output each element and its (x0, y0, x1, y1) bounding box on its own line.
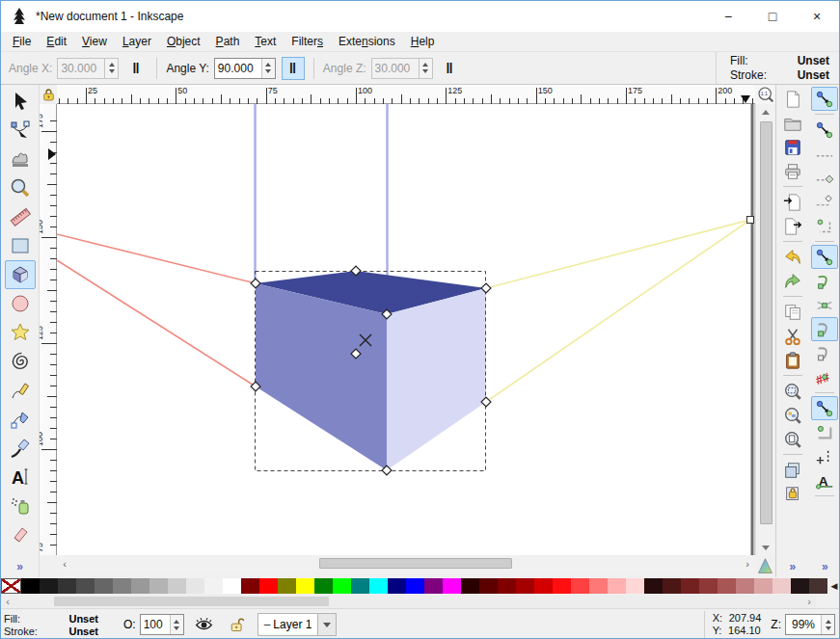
vertical-ruler[interactable]: 17515012510075 (40, 104, 57, 555)
snap-midpoints-button[interactable]: ## (811, 365, 838, 389)
menu-help[interactable]: Help (403, 33, 443, 50)
snap-smooth-nodes-button[interactable] (811, 341, 838, 365)
commandsbar-overflow-button[interactable]: » (789, 560, 796, 573)
star-tool[interactable] (5, 318, 36, 347)
palette-swatch[interactable] (644, 578, 663, 594)
box3d-left-face[interactable] (256, 283, 387, 470)
chevron-down-icon[interactable] (318, 623, 336, 627)
snap-bbox-button[interactable] (811, 118, 838, 142)
menu-file[interactable]: File (5, 33, 39, 50)
palette-swatch[interactable] (241, 578, 259, 594)
snap-others-button[interactable] (811, 396, 838, 420)
box3d-y-axis-line[interactable] (486, 220, 750, 288)
stroke-value[interactable]: Unset (795, 68, 829, 82)
snap-path-intersections-button[interactable] (811, 293, 838, 317)
palette-swatch[interactable] (809, 578, 827, 594)
palette-swatch[interactable] (259, 578, 278, 594)
opacity-spinner[interactable] (170, 615, 183, 634)
snap-rotation-centers-button[interactable] (811, 444, 838, 468)
vertical-scrollbar[interactable] (755, 104, 775, 555)
menu-edit[interactable]: Edit (39, 33, 74, 50)
duplicate-button[interactable] (779, 458, 806, 482)
snap-bbox-corners-button[interactable] (811, 166, 838, 190)
palette-swatch[interactable] (534, 578, 553, 594)
cut-button[interactable] (779, 324, 806, 348)
palette-swatch[interactable] (113, 578, 131, 594)
horizontal-ruler[interactable]: 255075100125150175200 (57, 85, 755, 104)
menu-filters[interactable]: Filters (284, 33, 331, 50)
zoom-tool[interactable] (5, 173, 36, 202)
pen-tool[interactable] (5, 405, 36, 434)
save-button[interactable] (779, 135, 806, 159)
node-tool[interactable] (5, 116, 36, 145)
palette-swatch-none[interactable] (1, 578, 21, 594)
palette-scrollbar[interactable]: ‹ › (1, 595, 816, 608)
palette-swatch[interactable] (498, 578, 516, 594)
snap-cusp-nodes-button[interactable] (811, 317, 838, 341)
export-button[interactable] (779, 214, 806, 238)
angle-x-spinner[interactable] (104, 59, 118, 78)
selector-tool[interactable] (5, 87, 36, 116)
eraser-tool[interactable] (5, 520, 36, 549)
palette-scroll-left-icon[interactable]: ‹ (1, 596, 14, 607)
palette-swatch[interactable] (40, 578, 58, 594)
open-button[interactable] (779, 111, 806, 135)
text-tool[interactable]: A (5, 463, 36, 492)
menu-path[interactable]: Path (208, 33, 248, 50)
drawing-canvas[interactable] (57, 104, 755, 555)
palette-swatch[interactable] (21, 578, 40, 594)
palette-swatch[interactable] (186, 578, 204, 594)
zoom-drawing-button[interactable] (779, 403, 806, 427)
palette-swatch[interactable] (351, 578, 369, 594)
palette-swatch[interactable] (204, 578, 223, 594)
snap-paths-button[interactable] (811, 269, 838, 293)
palette-swatch[interactable] (791, 578, 809, 594)
palette-swatch[interactable] (681, 578, 699, 594)
palette-swatch[interactable] (516, 578, 534, 594)
calligraphy-tool[interactable] (5, 434, 36, 463)
color-management-button[interactable] (755, 555, 775, 577)
box3d-x-axis-line[interactable] (57, 260, 256, 386)
menu-view[interactable]: View (74, 33, 115, 50)
angle-x-input[interactable] (57, 58, 119, 79)
snap-object-centers-button[interactable] (811, 420, 838, 444)
ellipse-tool[interactable] (5, 289, 36, 318)
palette-swatch[interactable] (95, 578, 113, 594)
close-button[interactable]: × (795, 1, 839, 32)
palette-swatch[interactable] (461, 578, 479, 594)
angle-z-spinner[interactable] (419, 59, 432, 78)
angle-y-spinner[interactable] (261, 59, 275, 78)
palette-swatch[interactable] (718, 578, 736, 594)
import-button[interactable] (779, 190, 806, 214)
palette-more-button[interactable]: ◀ (827, 577, 840, 595)
scroll-left-icon[interactable]: ‹ (57, 558, 72, 570)
zoom-spinner[interactable] (821, 615, 834, 634)
copy-button[interactable] (779, 300, 806, 324)
vanishing-point-handle[interactable] (747, 217, 754, 224)
redo-button[interactable] (779, 269, 806, 293)
palette-swatch[interactable] (58, 578, 76, 594)
menu-extensions[interactable]: Extensions (331, 33, 403, 50)
palette-swatch[interactable] (479, 578, 498, 594)
vertical-scrollbar-thumb[interactable] (760, 121, 772, 524)
angle-x-vp-toggle[interactable]: ‖ (124, 57, 148, 80)
box3d-y-axis-line[interactable] (486, 220, 750, 402)
scroll-right-icon[interactable]: › (740, 558, 755, 570)
zoom-input[interactable] (785, 614, 835, 635)
layer-lock-button[interactable] (225, 613, 250, 636)
palette-swatch[interactable] (736, 578, 754, 594)
print-button[interactable] (779, 159, 806, 183)
palette-swatch[interactable] (168, 578, 186, 594)
opacity-input[interactable] (140, 614, 184, 635)
palette-swatch[interactable] (278, 578, 296, 594)
horizontal-scrollbar[interactable]: ‹ › (57, 555, 755, 572)
palette-swatch[interactable] (772, 578, 791, 594)
angle-y-vp-toggle[interactable]: ‖ (282, 57, 305, 80)
maximize-button[interactable]: □ (750, 1, 795, 32)
clone-button[interactable] (779, 482, 806, 506)
measure-tool[interactable] (5, 202, 36, 231)
box3d-right-face[interactable] (387, 288, 486, 470)
fill-stroke-status[interactable]: Fill: Unset Stroke: Unset (1, 613, 98, 637)
paste-button[interactable] (779, 348, 806, 372)
palette-swatch[interactable] (754, 578, 772, 594)
